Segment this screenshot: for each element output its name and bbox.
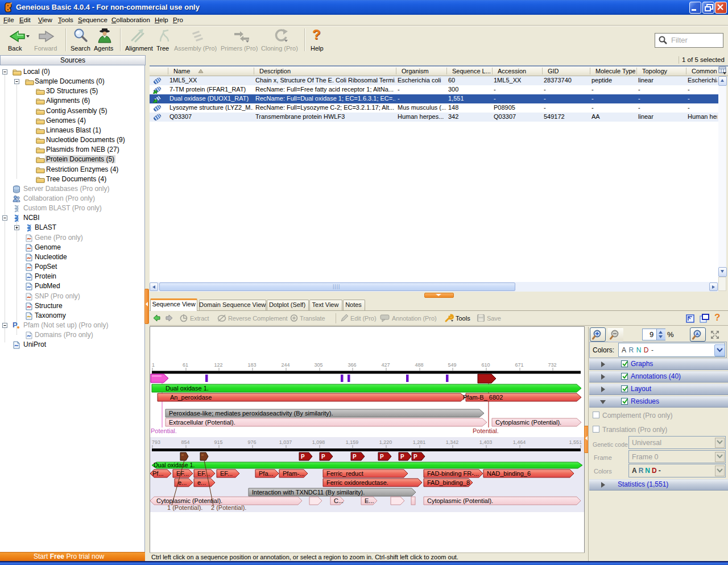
svg-text:305: 305 (314, 362, 322, 368)
svg-text:P: P (301, 454, 305, 460)
svg-text:61: 61 (183, 362, 188, 368)
svg-text:122: 122 (214, 362, 222, 368)
svg-text:EF...: EF... (220, 470, 233, 477)
svg-text:Cytoplasmic (Potential).: Cytoplasmic (Potential). (495, 419, 561, 426)
svg-text:976: 976 (247, 439, 256, 445)
svg-text:Ferric_reduct: Ferric_reduct (326, 470, 363, 477)
svg-text:1,159: 1,159 (346, 439, 359, 445)
svg-text:E...: E... (365, 497, 374, 504)
svg-text:183: 183 (247, 362, 256, 368)
svg-text:1,037: 1,037 (279, 439, 292, 445)
svg-text:Interaction with TXNDC11 (By s: Interaction with TXNDC11 (By similarity)… (252, 489, 365, 496)
svg-text:Pf...: Pf... (152, 470, 164, 477)
svg-text:P: P (353, 454, 357, 460)
svg-text:1: 1 (152, 362, 155, 368)
svg-text:366: 366 (348, 362, 356, 368)
svg-text:427: 427 (381, 362, 390, 368)
svg-text:Pfam-B_ 6802: Pfam-B_ 6802 (463, 394, 503, 401)
svg-text:671: 671 (515, 362, 523, 368)
svg-text:1,098: 1,098 (312, 439, 325, 445)
svg-text:Pfa...: Pfa... (259, 470, 274, 477)
svg-text:Potential.: Potential. (473, 427, 499, 434)
svg-text:An_peroxidase: An_peroxidase (170, 394, 212, 401)
svg-text:1,281: 1,281 (413, 439, 426, 445)
svg-text:1,403: 1,403 (479, 439, 493, 445)
svg-text:C...: C... (334, 497, 344, 504)
svg-text:Cytoplasmic (Potential).: Cytoplasmic (Potential). (427, 497, 493, 504)
svg-text:854: 854 (181, 439, 189, 445)
svg-text:549: 549 (448, 362, 456, 368)
svg-text:Potential.: Potential. (151, 427, 177, 434)
svg-text:e...: e... (197, 479, 206, 486)
svg-text:1,551: 1,551 (569, 439, 582, 445)
svg-text:732: 732 (548, 362, 556, 368)
svg-text:1,342: 1,342 (446, 439, 459, 445)
svg-text:FAD_binding_8: FAD_binding_8 (427, 479, 470, 486)
svg-text:P: P (321, 454, 325, 460)
svg-text:Ferric oxidoreductase.: Ferric oxidoreductase. (326, 479, 388, 486)
svg-text:FAD-binding FR-...: FAD-binding FR-... (427, 470, 479, 477)
svg-text:793: 793 (152, 439, 160, 445)
svg-text:A: A (696, 331, 699, 336)
svg-text:NAD_binding_6: NAD_binding_6 (487, 470, 531, 477)
svg-text:Extracellular (Potential).: Extracellular (Potential). (169, 419, 235, 426)
svg-text:1,220: 1,220 (379, 439, 392, 445)
svg-text:Dual oxidase 1.: Dual oxidase 1. (154, 462, 195, 468)
svg-text:1,464: 1,464 (513, 439, 526, 445)
svg-text:2 (Potential).: 2 (Potential). (211, 504, 246, 511)
svg-text:Dual oxidase 1.: Dual oxidase 1. (166, 385, 209, 392)
svg-text:915: 915 (214, 439, 222, 445)
svg-text:EF...: EF... (176, 470, 189, 477)
svg-text:244: 244 (281, 362, 289, 368)
svg-text:EF...: EF... (197, 470, 210, 477)
svg-text:e...: e... (178, 479, 187, 486)
svg-text:Pfam-...: Pfam-... (283, 470, 305, 477)
svg-text:488: 488 (415, 362, 423, 368)
svg-text:1 (Potential).: 1 (Potential). (167, 504, 202, 511)
svg-text:P: P (400, 454, 404, 460)
svg-text:P: P (380, 454, 384, 460)
svg-text:P: P (413, 454, 417, 460)
svg-text:Peroxidase-like; mediates pero: Peroxidase-like; mediates peroxidaseacti… (169, 410, 333, 417)
svg-text:610: 610 (481, 362, 490, 368)
